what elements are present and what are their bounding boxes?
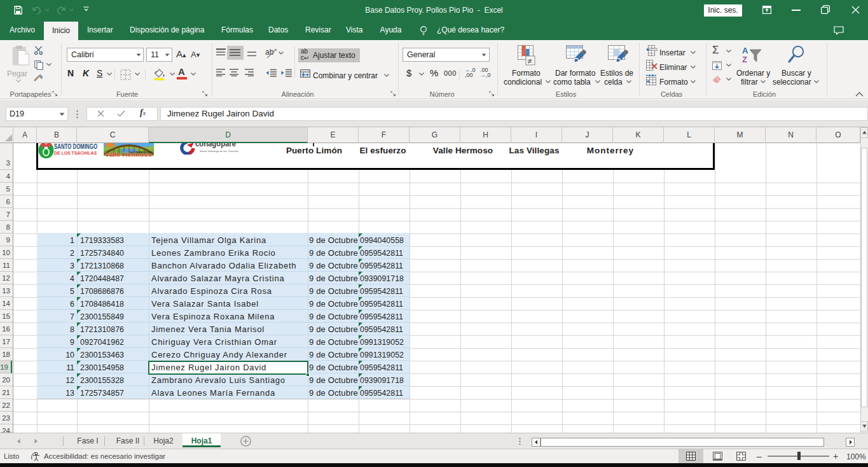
svg-text:A: A [742, 46, 748, 55]
svg-text:Z: Z [742, 55, 747, 64]
svg-text:≠: ≠ [528, 57, 532, 66]
svg-text:Santo Domingo de los Tsáchilas: Santo Domingo de los Tsáchilas [200, 150, 238, 153]
svg-text:SANTO DOMINGO: SANTO DOMINGO [54, 143, 97, 150]
svg-text:Valle Hermoso: Valle Hermoso [105, 151, 153, 158]
svg-text:DE LOS TSÁCHILAS: DE LOS TSÁCHILAS [54, 150, 97, 156]
